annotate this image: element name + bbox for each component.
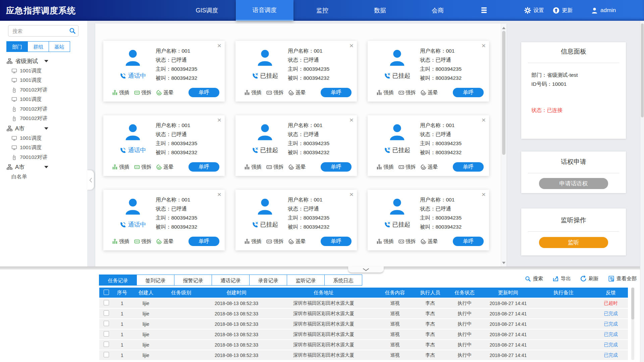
sidebar-collapse-handle[interactable] bbox=[87, 170, 94, 190]
single-call-button[interactable]: 单呼 bbox=[453, 237, 484, 246]
action-teardown[interactable]: 强拆 bbox=[266, 89, 283, 96]
single-call-button[interactable]: 单呼 bbox=[321, 162, 352, 172]
search-icon[interactable] bbox=[69, 27, 76, 34]
action-stun[interactable]: 遥晕 bbox=[421, 238, 438, 245]
action-insert[interactable]: 强插 bbox=[244, 89, 261, 96]
monitor-button[interactable]: 监听 bbox=[539, 237, 608, 248]
tree-item[interactable]: 1001调度 bbox=[0, 66, 87, 76]
menu-icon[interactable] bbox=[480, 7, 488, 13]
action-stun[interactable]: 遥晕 bbox=[288, 164, 306, 170]
scrollbar-thumb[interactable] bbox=[502, 31, 505, 155]
close-icon[interactable]: × bbox=[350, 116, 354, 124]
feedback-link[interactable]: 已完成 bbox=[594, 352, 628, 358]
action-teardown[interactable]: 强拆 bbox=[398, 238, 416, 245]
row-checkbox[interactable] bbox=[104, 331, 109, 337]
action-insert[interactable]: 强插 bbox=[376, 89, 393, 96]
action-teardown[interactable]: 强拆 bbox=[266, 164, 283, 170]
tree-item[interactable]: 700102对讲 bbox=[0, 153, 87, 162]
row-checkbox[interactable] bbox=[104, 300, 109, 305]
feedback-link[interactable]: 已完成 bbox=[594, 342, 628, 348]
sidebar-tab-部门[interactable]: 部门 bbox=[6, 41, 28, 52]
user-menu[interactable]: admin bbox=[591, 0, 616, 21]
action-stun[interactable]: 遥晕 bbox=[421, 164, 438, 170]
action-stun[interactable]: 遥晕 bbox=[288, 89, 306, 96]
scrollbar-thumb[interactable] bbox=[631, 288, 634, 319]
tree-item[interactable]: 700102对讲 bbox=[0, 104, 87, 114]
row-checkbox[interactable] bbox=[104, 352, 109, 357]
row-checkbox[interactable] bbox=[104, 342, 109, 347]
feedback-link[interactable]: 已完成 bbox=[594, 311, 628, 317]
request-talk-right-button[interactable]: 申请话语权 bbox=[539, 178, 608, 189]
scroll-up-arrow[interactable] bbox=[502, 25, 505, 29]
single-call-button[interactable]: 单呼 bbox=[453, 88, 484, 97]
tree-item[interactable]: 1001调度 bbox=[0, 133, 87, 143]
tree-group[interactable]: A市 bbox=[7, 162, 87, 172]
single-call-button[interactable]: 单呼 bbox=[453, 162, 484, 172]
tree-item[interactable]: 1001调度 bbox=[0, 76, 87, 85]
tree-group[interactable]: 省级测试 bbox=[7, 56, 87, 66]
tree-item[interactable]: 700102对讲 bbox=[0, 85, 87, 95]
row-checkbox[interactable] bbox=[104, 310, 109, 316]
record-tab-通话记录[interactable]: 通话记录 bbox=[212, 275, 250, 286]
nav-item-会商[interactable]: 会商 bbox=[409, 0, 467, 21]
caret-down-icon[interactable] bbox=[44, 127, 48, 130]
close-icon[interactable]: × bbox=[482, 190, 486, 198]
settings-button[interactable]: 设置 bbox=[524, 0, 544, 21]
single-call-button[interactable]: 单呼 bbox=[321, 237, 352, 246]
single-call-button[interactable]: 单呼 bbox=[189, 162, 219, 172]
toolbar-refresh[interactable]: 刷新 bbox=[580, 276, 599, 282]
tree-item[interactable]: 白名单 bbox=[0, 172, 87, 182]
feedback-link[interactable]: 已完成 bbox=[594, 321, 628, 327]
close-icon[interactable]: × bbox=[482, 42, 486, 50]
action-insert[interactable]: 强插 bbox=[376, 164, 393, 170]
toolbar-search[interactable]: 搜索 bbox=[525, 276, 543, 282]
action-stun[interactable]: 遥晕 bbox=[156, 238, 173, 245]
action-insert[interactable]: 强插 bbox=[376, 238, 393, 245]
bottom-collapse-tab[interactable] bbox=[348, 266, 384, 273]
caret-down-icon[interactable] bbox=[44, 166, 48, 168]
record-tab-系统日志[interactable]: 系统日志 bbox=[324, 275, 362, 286]
action-stun[interactable]: 遥晕 bbox=[288, 238, 306, 245]
tree-group[interactable]: A市 bbox=[7, 123, 87, 133]
action-insert[interactable]: 强插 bbox=[244, 164, 261, 170]
action-teardown[interactable]: 强拆 bbox=[134, 164, 151, 170]
row-checkbox[interactable] bbox=[104, 321, 109, 326]
close-icon[interactable]: × bbox=[217, 42, 221, 50]
tree-item[interactable]: 700102对讲 bbox=[0, 114, 87, 124]
record-tab-报警记录[interactable]: 报警记录 bbox=[174, 275, 212, 286]
nav-item-语音调度[interactable]: 语音调度 bbox=[236, 0, 293, 21]
record-tab-监听记录[interactable]: 监听记录 bbox=[287, 275, 325, 286]
single-call-button[interactable]: 单呼 bbox=[189, 237, 219, 246]
scrollbar-thumb[interactable] bbox=[641, 23, 644, 117]
action-insert[interactable]: 强插 bbox=[112, 89, 129, 96]
action-insert[interactable]: 强插 bbox=[112, 164, 129, 170]
action-teardown[interactable]: 强拆 bbox=[398, 164, 416, 170]
nav-item-GIS调度[interactable]: GIS调度 bbox=[178, 0, 236, 21]
action-teardown[interactable]: 强拆 bbox=[134, 89, 151, 96]
action-stun[interactable]: 遥晕 bbox=[156, 164, 173, 170]
record-tab-任务记录[interactable]: 任务记录 bbox=[99, 275, 137, 286]
action-teardown[interactable]: 强拆 bbox=[398, 89, 416, 96]
single-call-button[interactable]: 单呼 bbox=[189, 88, 219, 97]
feedback-link[interactable]: 已完成 bbox=[594, 331, 628, 338]
record-tab-签到记录[interactable]: 签到记录 bbox=[137, 275, 174, 286]
scroll-down-arrow[interactable] bbox=[502, 262, 505, 266]
action-stun[interactable]: 遥晕 bbox=[156, 89, 173, 96]
sidebar-tab-基站[interactable]: 基站 bbox=[49, 41, 70, 52]
action-teardown[interactable]: 强拆 bbox=[134, 238, 151, 245]
action-teardown[interactable]: 强拆 bbox=[266, 238, 283, 245]
toolbar-view-all[interactable]: 查看全部 bbox=[608, 276, 637, 282]
tree-item[interactable]: 1001调度 bbox=[0, 95, 87, 105]
tree-item[interactable]: 1001调度 bbox=[0, 143, 87, 153]
close-icon[interactable]: × bbox=[217, 190, 221, 198]
nav-item-数据[interactable]: 数据 bbox=[351, 0, 409, 21]
close-icon[interactable]: × bbox=[217, 116, 221, 124]
feedback-link[interactable]: 已超时 bbox=[594, 300, 628, 306]
close-icon[interactable]: × bbox=[350, 42, 354, 50]
nav-item-监控[interactable]: 监控 bbox=[293, 0, 351, 21]
sidebar-tab-群组[interactable]: 群组 bbox=[28, 41, 49, 52]
action-insert[interactable]: 强插 bbox=[244, 238, 261, 245]
close-icon[interactable]: × bbox=[482, 116, 486, 124]
record-tab-录音记录[interactable]: 录音记录 bbox=[249, 275, 287, 286]
select-all-checkbox[interactable] bbox=[104, 290, 109, 295]
